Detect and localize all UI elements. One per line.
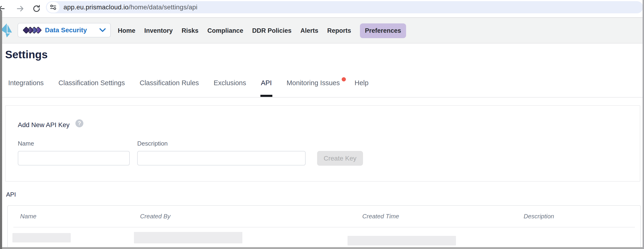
- browser-toolbar: app.eu.prismacloud.io/home/data/settings…: [0, 0, 644, 17]
- data-security-diamonds-icon: [24, 28, 41, 33]
- forward-arrow-icon: [14, 3, 25, 14]
- nav-item-ddr-policies[interactable]: DDR Policies: [252, 27, 292, 34]
- help-icon[interactable]: ?: [76, 119, 83, 127]
- alert-dot-icon: [342, 77, 346, 81]
- product-switcher-label: Data Security: [45, 26, 87, 34]
- url-text: app.eu.prismacloud.io/home/data/settings…: [64, 3, 198, 11]
- label: API: [261, 79, 272, 87]
- chevron-down-icon: [98, 27, 106, 33]
- description-input[interactable]: [137, 151, 306, 165]
- nav-item-inventory[interactable]: Inventory: [144, 27, 173, 34]
- label: Alerts: [300, 27, 318, 34]
- label: Compliance: [208, 27, 243, 34]
- table-header-row: NameCreated ByCreated TimeDescription: [8, 206, 640, 227]
- column-header-created-time: Created Time: [362, 213, 524, 220]
- label: Integrations: [8, 79, 44, 87]
- site-settings-icon: [49, 3, 57, 11]
- page-title: Settings: [5, 48, 48, 61]
- tab-integrations[interactable]: Integrations: [8, 79, 44, 87]
- label: Classification Settings: [58, 79, 125, 87]
- skeleton-cell-created-time: [348, 236, 456, 246]
- tab-monitoring-issues[interactable]: Monitoring Issues: [287, 79, 340, 87]
- description-label: Description: [137, 140, 168, 147]
- label: Home: [118, 27, 135, 34]
- label: Exclusions: [214, 79, 246, 87]
- api-keys-table: NameCreated ByCreated TimeDescription: [7, 205, 641, 249]
- left-window-edge: [0, 11, 2, 249]
- skeleton-cell-created-by: [134, 232, 242, 244]
- column-header-description: Description: [524, 213, 640, 220]
- url-domain: app.eu.prismacloud.io: [64, 3, 128, 11]
- screen: app.eu.prismacloud.io/home/data/settings…: [0, 0, 644, 249]
- reload-icon: [32, 4, 42, 13]
- create-key-button[interactable]: Create Key: [317, 151, 363, 166]
- nav-item-compliance[interactable]: Compliance: [208, 27, 243, 34]
- nav-item-preferences[interactable]: Preferences: [360, 23, 406, 38]
- add-api-key-panel: Add New API Key ? Name Description Creat…: [5, 105, 640, 182]
- tab-help[interactable]: Help: [354, 79, 368, 87]
- header-divider: [13, 227, 635, 228]
- nav-item-risks[interactable]: Risks: [182, 27, 198, 34]
- url-path: /home/data/settings/api: [128, 3, 198, 11]
- label: Risks: [182, 27, 198, 34]
- label: Help: [354, 79, 368, 87]
- browser-forward-button[interactable]: [14, 3, 25, 14]
- right-window-edge: [642, 0, 644, 249]
- app-header: Data Security HomeInventoryRisksComplian…: [0, 18, 644, 43]
- label: Created By: [140, 213, 170, 220]
- api-section-label: API: [6, 191, 16, 198]
- label: Classification Rules: [140, 79, 199, 87]
- tab-api[interactable]: API: [261, 79, 272, 87]
- label: Created Time: [362, 213, 399, 220]
- nav-item-alerts[interactable]: Alerts: [300, 27, 318, 34]
- browser-reload-button[interactable]: [32, 3, 42, 14]
- skeleton-cell-name: [12, 233, 71, 243]
- column-header-name: Name: [20, 213, 140, 220]
- bottom-window-edge: [0, 247, 644, 249]
- label: Reports: [327, 27, 351, 34]
- tab-exclusions[interactable]: Exclusions: [214, 79, 246, 87]
- tab-classification-rules[interactable]: Classification Rules: [140, 79, 199, 87]
- label: Name: [20, 213, 36, 220]
- label: Monitoring Issues: [287, 79, 340, 87]
- prisma-cloud-logo-icon: [0, 23, 13, 38]
- name-label: Name: [18, 140, 34, 147]
- tabs-divider: [2, 97, 642, 98]
- panel-title: Add New API Key: [18, 121, 70, 129]
- tab-classification-settings[interactable]: Classification Settings: [58, 79, 125, 87]
- label: Inventory: [144, 27, 173, 34]
- name-input[interactable]: [18, 151, 130, 165]
- label: Preferences: [365, 27, 401, 34]
- product-switcher-dropdown[interactable]: Data Security: [18, 23, 111, 37]
- label: Description: [524, 213, 554, 220]
- settings-tabs: IntegrationsClassification SettingsClass…: [8, 79, 368, 87]
- nav-item-home[interactable]: Home: [118, 27, 135, 34]
- column-header-created-by: Created By: [140, 213, 362, 220]
- nav-item-reports[interactable]: Reports: [327, 27, 351, 34]
- site-info-button[interactable]: [47, 2, 60, 13]
- label: DDR Policies: [252, 27, 292, 34]
- address-bar[interactable]: app.eu.prismacloud.io/home/data/settings…: [46, 1, 643, 13]
- main-nav: HomeInventoryRisksComplianceDDR Policies…: [118, 18, 406, 43]
